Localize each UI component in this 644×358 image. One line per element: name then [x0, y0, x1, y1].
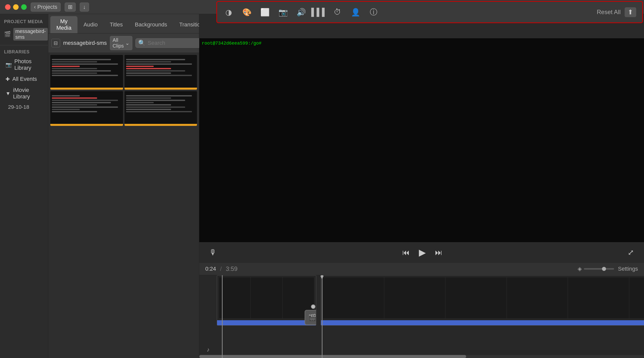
timeline-scrollbar-thumb	[199, 355, 466, 358]
popup-dot-1	[311, 304, 315, 309]
sidebar-item-label: All Events	[12, 76, 37, 82]
timeline-clip-2[interactable]	[321, 275, 644, 326]
playhead[interactable]	[322, 275, 323, 358]
clip-filter-select[interactable]: All Clips ⌄	[110, 36, 132, 50]
clip-thumb-cell	[446, 277, 506, 318]
clip-audio-bar-2	[321, 320, 644, 325]
preview-controls: 🎙 ⏮ ▶ ⏭ ⤢	[199, 242, 644, 262]
title-bar: ‹ Projects ⊞ ↓ messagebird-sms ◑ 🎨 ⬜ 📷 🔊…	[0, 0, 644, 14]
close-button[interactable]	[5, 4, 11, 10]
zoom-control: ◈	[578, 266, 614, 272]
media-clip-3[interactable]	[50, 91, 123, 126]
preview-video: root@7342d6eea599:/go#	[199, 38, 644, 242]
tab-audio[interactable]: Audio	[77, 16, 104, 33]
sidebar-item-all-events[interactable]: ✚ All Events	[2, 74, 47, 84]
timeline-content: 🎬 ✋	[199, 275, 644, 358]
sidebar: PROJECT MEDIA 🎬 messagebird-sms LIBRARIE…	[0, 14, 48, 358]
playhead-left	[222, 275, 223, 358]
color-balance-icon[interactable]: ◑	[223, 7, 234, 18]
download-button[interactable]: ↓	[80, 3, 89, 12]
clip-action-button[interactable]: 🎬	[305, 310, 316, 325]
clip-thumb-cell	[568, 277, 629, 318]
noise-reduction-icon[interactable]: 👤	[350, 7, 361, 18]
fullscreen-button[interactable]	[21, 4, 27, 10]
stabilization-icon[interactable]: 📷	[277, 7, 289, 18]
clip-thumb-cell	[629, 277, 644, 318]
media-toolbar: ⊟ messagebird-sms All Clips ⌄ 🔍 ⚙	[48, 33, 199, 53]
clip-inner-1	[217, 275, 316, 320]
media-browser: My Media Audio Titles Backgrounds Transi…	[48, 14, 199, 358]
play-button[interactable]: ▶	[414, 245, 431, 260]
zoom-thumb	[602, 267, 606, 271]
reset-all-button[interactable]: Reset All	[597, 9, 621, 16]
media-clip-2[interactable]	[125, 55, 197, 90]
zoom-icon: ◈	[578, 266, 582, 272]
clip-inner-2	[321, 275, 644, 320]
crop-icon[interactable]: ⬜	[259, 7, 270, 18]
equalizer-icon[interactable]: ▌▌▌	[314, 7, 325, 18]
all-events-icon: ✚	[6, 76, 10, 82]
skip-back-button[interactable]: ⏮	[398, 246, 414, 259]
clip-thumbnail-3	[50, 91, 123, 124]
event-name-label: messagebird-sms	[63, 40, 107, 46]
project-media-section-title: PROJECT MEDIA	[0, 17, 48, 25]
share-button[interactable]: ⬆	[625, 7, 636, 17]
total-time-label: 3:59	[226, 265, 238, 272]
photos-icon: 📷	[6, 62, 12, 68]
tab-backgrounds[interactable]: Backgrounds	[129, 16, 173, 33]
sidebar-item-label: Photos Library	[14, 58, 43, 71]
chevron-down-icon: ⌄	[125, 40, 130, 46]
info-icon[interactable]: ⓘ	[368, 7, 379, 18]
media-tabs: My Media Audio Titles Backgrounds Transi…	[48, 14, 199, 33]
timeline-scrollbar[interactable]	[199, 355, 644, 358]
film-icon: 🎬	[4, 31, 11, 38]
media-clip-4[interactable]	[125, 91, 197, 126]
sidebar-toggle-button[interactable]: ⊟	[51, 39, 60, 47]
clip-thumb-cell	[384, 277, 445, 318]
fullscreen-expand-button[interactable]: ⤢	[624, 246, 638, 259]
clip-thumbnail-1	[50, 55, 123, 88]
volume-icon[interactable]: 🔊	[296, 7, 307, 18]
speed-icon[interactable]: ⏱	[332, 7, 343, 18]
color-correction-icon[interactable]: 🎨	[241, 7, 252, 18]
minimize-button[interactable]	[13, 4, 19, 10]
microphone-button[interactable]: 🎙	[205, 246, 221, 259]
terminal-text: root@7342d6eea599:/go#	[202, 41, 262, 46]
tab-titles[interactable]: Titles	[104, 16, 129, 33]
media-clip-1[interactable]	[50, 55, 123, 90]
clip-thumb-cell	[507, 277, 568, 318]
grid-view-button[interactable]: ⊞	[65, 3, 76, 12]
timeline-clip-1[interactable]: 🎬 ✋	[217, 275, 316, 326]
timeline: 0:24 / 3:59 ◈ Settings	[199, 262, 644, 358]
clip-thumbnail-4	[125, 91, 197, 124]
tab-my-media[interactable]: My Media	[50, 16, 77, 33]
popup-controls: 🎬 ✋	[305, 304, 316, 325]
clip-thumb-row-2	[323, 277, 644, 318]
clip-thumb-cell	[219, 277, 250, 318]
settings-button[interactable]: Settings	[618, 266, 638, 272]
inspector-toolbar: ◑ 🎨 ⬜ 📷 🔊 ▌▌▌ ⏱ 👤 ⓘ Reset All ⬆	[216, 1, 643, 23]
timeline-toolbar: 0:24 / 3:59 ◈ Settings	[199, 263, 644, 275]
sidebar-item-imovie-library[interactable]: ▼ iMovie Library	[2, 85, 47, 102]
search-icon: 🔍	[138, 40, 146, 47]
sidebar-project-item[interactable]: 🎬 messagebird-sms	[0, 25, 48, 43]
skip-forward-button[interactable]: ⏭	[431, 246, 447, 259]
popup-actions: 🎬 ✋	[305, 310, 316, 325]
preview-area: root@7342d6eea599:/go# 🎙 ⏮ ▶ ⏭ ⤢	[199, 14, 644, 262]
inspector-icons: ◑ 🎨 ⬜ 📷 🔊 ▌▌▌ ⏱ 👤 ⓘ	[223, 7, 592, 18]
main-layout: PROJECT MEDIA 🎬 messagebird-sms LIBRARIE…	[0, 14, 644, 358]
sidebar-item-photos-library[interactable]: 📷 Photos Library	[2, 56, 47, 73]
time-divider: /	[220, 265, 222, 272]
zoom-slider[interactable]	[584, 268, 614, 270]
disclosure-icon: ▼	[6, 91, 11, 96]
traffic-lights	[5, 4, 27, 10]
current-time-label: 0:24	[205, 266, 216, 272]
project-name-label: messagebird-sms	[13, 28, 48, 41]
projects-back-button[interactable]: ‹ Projects	[31, 3, 61, 12]
audio-track-icon: ♪	[207, 346, 210, 353]
popup-dots	[311, 304, 316, 309]
sidebar-item-label: iMovie Library	[13, 87, 43, 100]
preview-content: root@7342d6eea599:/go#	[199, 38, 644, 242]
sidebar-item-date[interactable]: 29-10-18	[0, 102, 48, 112]
clip-audio-bar-1	[217, 320, 316, 325]
